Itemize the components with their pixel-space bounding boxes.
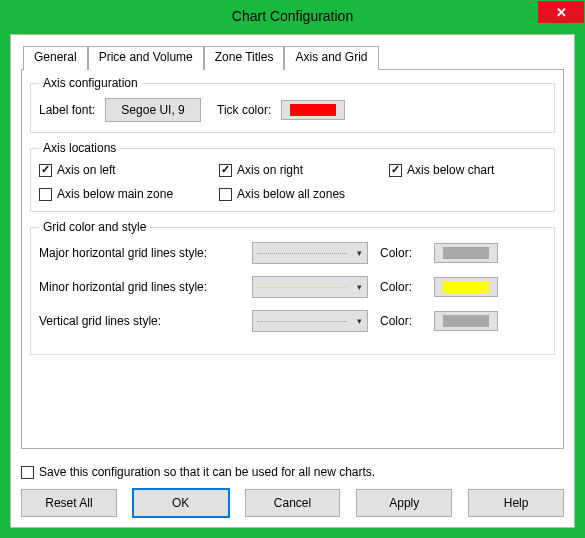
window-title: Chart Configuration [0, 8, 585, 24]
line-style-sample [257, 287, 347, 288]
line-style-preview [253, 243, 351, 263]
group-legend: Axis configuration [39, 76, 142, 90]
color-swatch [443, 281, 489, 293]
grid-style-row: Major horizontal grid lines style:▾Color… [39, 242, 546, 264]
line-style-sample [257, 253, 347, 254]
checkbox-label: Axis below chart [407, 163, 494, 177]
tab-label: Zone Titles [215, 50, 274, 64]
line-style-dropdown[interactable]: ▾ [252, 276, 368, 298]
button-label: OK [172, 496, 189, 510]
axis-location-checkbox[interactable]: Axis on left [39, 163, 219, 177]
checkbox-label: Axis below main zone [57, 187, 173, 201]
help-button[interactable]: Help [468, 489, 564, 517]
tab-price-volume[interactable]: Price and Volume [88, 46, 204, 70]
checkbox-label: Axis on left [57, 163, 116, 177]
tab-axis-grid[interactable]: Axis and Grid [284, 46, 378, 70]
chevron-down-icon: ▾ [351, 248, 367, 258]
checkbox-icon [21, 466, 34, 479]
color-label: Color: [380, 314, 426, 328]
chevron-down-icon: ▾ [351, 282, 367, 292]
grid-color-button[interactable] [434, 277, 498, 297]
group-axis-config: Axis configuration Label font: Segoe UI,… [30, 76, 555, 133]
color-swatch [443, 247, 489, 259]
grid-row-label: Minor horizontal grid lines style: [39, 280, 244, 294]
cancel-button[interactable]: Cancel [245, 489, 341, 517]
color-label: Color: [380, 246, 426, 260]
reset-all-button[interactable]: Reset All [21, 489, 117, 517]
line-style-dropdown[interactable]: ▾ [252, 242, 368, 264]
label-font-button[interactable]: Segoe UI, 9 [105, 98, 201, 122]
tick-color-label: Tick color: [217, 103, 271, 117]
line-style-sample [257, 321, 347, 322]
tab-zone-titles[interactable]: Zone Titles [204, 46, 285, 70]
grid-style-row: Minor horizontal grid lines style:▾Color… [39, 276, 546, 298]
group-legend: Grid color and style [39, 220, 150, 234]
checkbox-label: Axis on right [237, 163, 303, 177]
checkbox-icon [39, 188, 52, 201]
grid-color-button[interactable] [434, 243, 498, 263]
axis-location-checkbox[interactable]: Axis below chart [389, 163, 546, 177]
save-config-checkbox[interactable]: Save this configuration so that it can b… [21, 465, 375, 479]
label-font-value: Segoe UI, 9 [121, 103, 184, 117]
grid-color-button[interactable] [434, 311, 498, 331]
line-style-preview [253, 311, 351, 331]
button-label: Reset All [45, 496, 92, 510]
client-area: General Price and Volume Zone Titles Axi… [10, 34, 575, 528]
checkbox-icon [219, 164, 232, 177]
window-frame: Chart Configuration ✕ General Price and … [0, 0, 585, 538]
tab-strip: General Price and Volume Zone Titles Axi… [23, 45, 564, 69]
color-swatch [443, 315, 489, 327]
titlebar: Chart Configuration ✕ [0, 0, 585, 32]
line-style-preview [253, 277, 351, 297]
axis-location-checkbox[interactable]: Axis on right [219, 163, 389, 177]
checkbox-icon [39, 164, 52, 177]
ok-button[interactable]: OK [133, 489, 229, 517]
chevron-down-icon: ▾ [351, 316, 367, 326]
tick-color-button[interactable] [281, 100, 345, 120]
tab-label: Price and Volume [99, 50, 193, 64]
tab-label: General [34, 50, 77, 64]
dialog-bottom: Save this configuration so that it can b… [21, 465, 564, 517]
button-label: Cancel [274, 496, 311, 510]
line-style-dropdown[interactable]: ▾ [252, 310, 368, 332]
tab-general[interactable]: General [23, 46, 88, 70]
group-legend: Axis locations [39, 141, 120, 155]
grid-style-row: Vertical grid lines style:▾Color: [39, 310, 546, 332]
grid-row-label: Vertical grid lines style: [39, 314, 244, 328]
checkbox-label: Axis below all zones [237, 187, 345, 201]
color-label: Color: [380, 280, 426, 294]
checkbox-icon [219, 188, 232, 201]
close-button[interactable]: ✕ [538, 1, 584, 23]
apply-button[interactable]: Apply [356, 489, 452, 517]
axis-location-checkbox[interactable]: Axis below all zones [219, 187, 389, 201]
grid-row-label: Major horizontal grid lines style: [39, 246, 244, 260]
group-axis-locations: Axis locations Axis on leftAxis on right… [30, 141, 555, 212]
group-grid-style: Grid color and style Major horizontal gr… [30, 220, 555, 355]
tabpage-axis-grid: Axis configuration Label font: Segoe UI,… [21, 69, 564, 449]
save-config-label: Save this configuration so that it can b… [39, 465, 375, 479]
axis-location-checkbox[interactable]: Axis below main zone [39, 187, 219, 201]
tab-label: Axis and Grid [295, 50, 367, 64]
label-font-label: Label font: [39, 103, 95, 117]
checkbox-icon [389, 164, 402, 177]
button-label: Help [504, 496, 529, 510]
close-icon: ✕ [556, 5, 567, 20]
button-label: Apply [389, 496, 419, 510]
tick-color-swatch [290, 104, 336, 116]
